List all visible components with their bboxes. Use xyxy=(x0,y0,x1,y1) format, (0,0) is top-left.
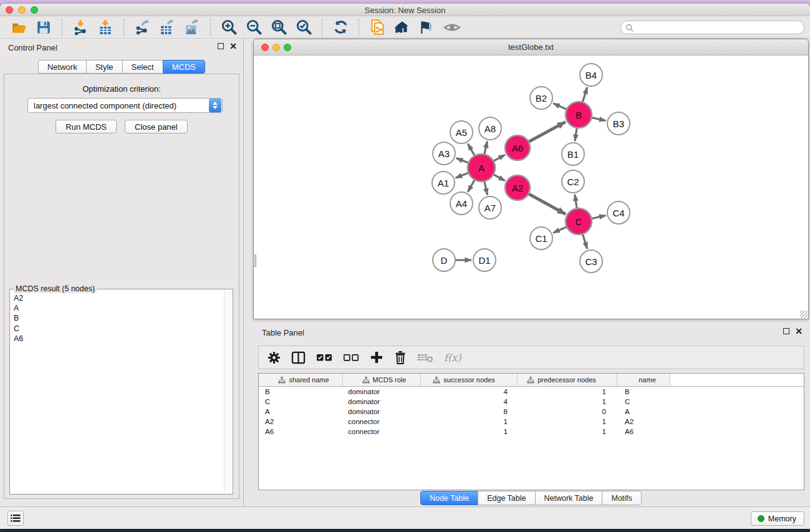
result-item[interactable]: B xyxy=(12,313,223,323)
open-session-icon[interactable] xyxy=(9,18,28,37)
tab-network-table[interactable]: Network Table xyxy=(535,491,603,505)
task-history-button[interactable] xyxy=(7,511,24,526)
run-mcds-button[interactable]: Run MCDS xyxy=(55,120,117,133)
result-item[interactable]: A xyxy=(12,303,223,313)
svg-text:C1: C1 xyxy=(535,233,547,244)
graph-node-B3[interactable]: B3 xyxy=(607,112,630,135)
result-item[interactable]: C xyxy=(12,324,223,334)
refresh-icon[interactable] xyxy=(331,18,350,37)
result-item[interactable]: A2 xyxy=(12,293,223,303)
table-tabs: Node Table Edge Table Network Table Moti… xyxy=(253,491,809,505)
search-field[interactable] xyxy=(620,21,804,34)
optimization-select[interactable]: largest connected component (directed) xyxy=(27,98,223,113)
network-window-titlebar[interactable]: testGlobe.txt xyxy=(254,39,808,56)
tab-motifs[interactable]: Motifs xyxy=(602,491,641,505)
zoom-fit-icon[interactable] xyxy=(269,18,288,37)
add-column-icon[interactable] xyxy=(370,351,383,364)
graph-node-A5[interactable]: A5 xyxy=(450,121,473,143)
graph-node-C[interactable]: C xyxy=(566,208,592,235)
column-header-successor-nodes[interactable]: successor nodes xyxy=(421,374,518,386)
node-table-body: B dominator 4 1 B C dominator 4 1 C A do… xyxy=(259,387,804,437)
graph-node-C1[interactable]: C1 xyxy=(530,227,552,249)
select-all-columns-icon[interactable] xyxy=(316,352,332,362)
graph-node-A6[interactable]: A6 xyxy=(505,135,530,160)
hubba-home-icon[interactable] xyxy=(393,18,412,37)
header-filler xyxy=(670,374,804,386)
tab-network[interactable]: Network xyxy=(38,60,87,74)
memory-button[interactable]: Memory xyxy=(751,511,804,526)
app-window: Session: New Session xyxy=(0,4,810,529)
graph-node-C4[interactable]: C4 xyxy=(607,201,630,224)
search-input[interactable] xyxy=(634,23,804,32)
graph-node-D1[interactable]: D1 xyxy=(473,249,496,271)
clone-network-icon[interactable] xyxy=(368,18,387,37)
table-row[interactable]: A6 connector 1 1 A6 xyxy=(259,427,804,437)
table-panel-titlebar: Table Panel ✕ xyxy=(253,324,809,341)
network-canvas[interactable]: B4B2BB3A8A5A6B1A3AC2A1A2A4A7C4CC1C3DD1 xyxy=(254,56,808,319)
tab-select[interactable]: Select xyxy=(122,60,163,74)
graph-node-B4[interactable]: B4 xyxy=(580,64,602,86)
table-row[interactable]: A dominator 8 0 A xyxy=(259,407,804,417)
panel-grip[interactable] xyxy=(253,254,256,267)
graph-node-D[interactable]: D xyxy=(433,249,455,271)
svg-text:C2: C2 xyxy=(567,177,579,187)
export-image-icon[interactable] xyxy=(183,18,201,37)
float-panel-icon[interactable] xyxy=(218,43,224,49)
tab-style[interactable]: Style xyxy=(86,60,123,74)
svg-text:B1: B1 xyxy=(567,149,579,160)
delete-column-icon[interactable] xyxy=(394,351,407,364)
network-graph[interactable]: B4B2BB3A8A5A6B1A3AC2A1A2A4A7C4CC1C3DD1 xyxy=(254,56,808,319)
table-toolbar: f(x) xyxy=(258,346,804,369)
select-stepper-icon xyxy=(209,99,221,112)
function-builder-icon[interactable]: f(x) xyxy=(444,352,461,364)
graph-node-B2[interactable]: B2 xyxy=(530,87,552,109)
column-header-mcds-role[interactable]: MCDS role xyxy=(343,374,421,386)
close-panel-button[interactable]: Close panel xyxy=(125,120,188,133)
table-row[interactable]: C dominator 4 1 C xyxy=(259,397,804,407)
import-table-icon[interactable] xyxy=(96,18,115,37)
graph-node-A[interactable]: A xyxy=(468,154,495,181)
graph-node-C3[interactable]: C3 xyxy=(580,250,602,273)
zoom-in-icon[interactable] xyxy=(219,18,238,37)
result-item[interactable]: A6 xyxy=(12,334,223,344)
split-columns-icon[interactable] xyxy=(291,351,306,364)
table-row[interactable]: B dominator 4 1 B xyxy=(259,387,804,397)
float-table-panel-icon[interactable] xyxy=(783,328,789,334)
save-session-icon[interactable] xyxy=(34,18,53,37)
window-resize-grip[interactable] xyxy=(800,311,808,318)
table-row[interactable]: A2 connector 1 1 A2 xyxy=(259,417,804,427)
publications-icon[interactable] xyxy=(418,18,436,37)
graph-node-A8[interactable]: A8 xyxy=(479,117,501,140)
close-panel-icon[interactable]: ✕ xyxy=(229,43,237,49)
graph-node-A3[interactable]: A3 xyxy=(433,142,455,165)
graph-node-A1[interactable]: A1 xyxy=(432,172,455,194)
table-settings-icon[interactable] xyxy=(268,351,281,364)
graph-node-B[interactable]: B xyxy=(566,102,592,128)
graph-node-A7[interactable]: A7 xyxy=(479,196,501,219)
column-header-shared-name[interactable]: shared name xyxy=(259,374,343,386)
graph-node-C2[interactable]: C2 xyxy=(562,170,584,193)
tab-mcds[interactable]: MCDS xyxy=(163,60,205,74)
mcds-result-list: A2ABCA6 xyxy=(12,293,223,493)
tab-node-table[interactable]: Node Table xyxy=(420,491,478,505)
result-scrollbar[interactable] xyxy=(224,290,232,493)
node-table: shared name MCDS role successor nodes xyxy=(258,373,804,490)
graph-node-A4[interactable]: A4 xyxy=(450,192,473,215)
zoom-out-icon[interactable] xyxy=(244,18,263,37)
deselect-all-columns-icon[interactable] xyxy=(343,352,359,362)
delete-table-icon[interactable] xyxy=(417,352,433,363)
search-icon xyxy=(625,24,634,32)
graph-node-B1[interactable]: B1 xyxy=(562,143,584,165)
zoom-selected-icon[interactable] xyxy=(294,18,313,37)
column-header-predecessor-nodes[interactable]: predecessor nodes xyxy=(518,374,617,386)
graph-node-A2[interactable]: A2 xyxy=(505,175,530,200)
mcds-panel: Optimization criterion: largest connecte… xyxy=(4,74,239,499)
hide-panels-icon[interactable] xyxy=(443,18,461,37)
tab-edge-table[interactable]: Edge Table xyxy=(478,491,535,505)
close-table-panel-icon[interactable]: ✕ xyxy=(795,328,803,334)
export-network-icon[interactable] xyxy=(133,18,152,37)
import-network-icon[interactable] xyxy=(71,18,90,37)
control-panel-titlebar: Control Panel ✕ xyxy=(0,39,243,56)
column-header-name[interactable]: name xyxy=(617,374,670,386)
export-table-icon[interactable] xyxy=(158,18,176,37)
